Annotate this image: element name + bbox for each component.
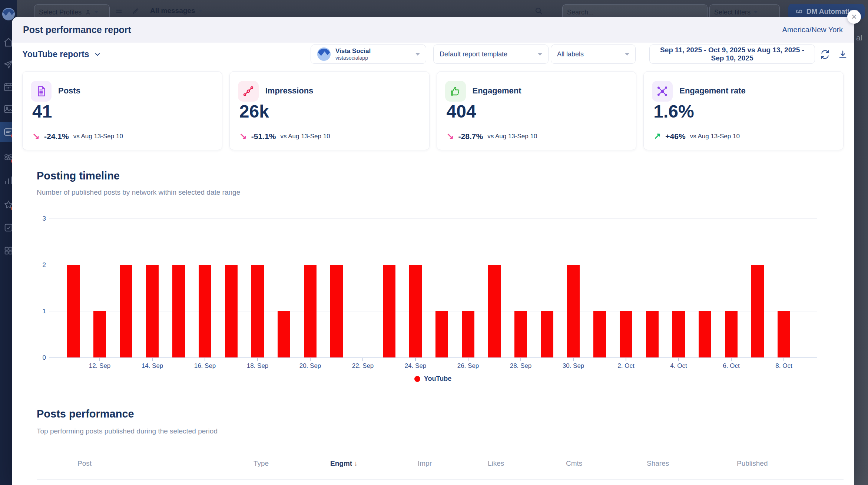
delta-compare: vs Aug 13-Sep 10 [280, 133, 330, 140]
all-messages-dropdown[interactable]: All messages [150, 7, 202, 15]
bar-sep-26 [462, 311, 474, 357]
bar-sep-16 [199, 265, 211, 357]
bar-sep-27 [488, 265, 501, 357]
nodes-icon [238, 81, 259, 102]
bar-sep-14 [146, 265, 159, 357]
x-axis-tick [310, 358, 311, 361]
bar-sep-30 [567, 265, 580, 357]
refresh-icon [820, 49, 830, 60]
x-axis-label: 18. Sep [233, 362, 282, 370]
x-axis-tick [415, 358, 416, 361]
report-template-value: Default report template [440, 50, 538, 58]
profile-handle: vistasocialapp [335, 55, 415, 61]
profile-name: Vista Social [335, 47, 415, 55]
profile-select[interactable]: Vista Social vistasocialapp [311, 44, 426, 64]
y-axis-label: 1 [33, 308, 46, 315]
post-performance-report-modal: Post performance report America/New York… [12, 17, 854, 485]
report-type-dropdown[interactable]: YouTube reports [22, 49, 101, 59]
bar-sep-17 [225, 265, 238, 357]
column-header-engmt[interactable]: Engmt ↓ [330, 459, 358, 468]
app-root: Select Profiles All messages Search... S… [0, 0, 868, 485]
card-value: 1.6% [653, 101, 694, 122]
column-header-post[interactable]: Post [77, 459, 92, 468]
y-axis-label: 3 [33, 215, 46, 222]
vista-social-logo [317, 47, 331, 61]
x-axis-tick [205, 358, 205, 361]
labels-select[interactable]: All labels [551, 44, 636, 64]
bar-oct-1 [593, 311, 606, 357]
modal-header: Post performance report America/New York [12, 17, 854, 43]
column-header-shares[interactable]: Shares [647, 459, 669, 468]
stat-cards-row: Posts 41 ↘ -24.1% vs Aug 13-Sep 10 Impre… [22, 71, 844, 150]
gridline [49, 265, 817, 265]
bar-sep-28 [514, 311, 527, 357]
download-button[interactable] [837, 49, 849, 60]
column-header-likes[interactable]: Likes [488, 459, 504, 468]
caret-down-icon [538, 53, 542, 56]
report-template-select[interactable]: Default report template [433, 44, 549, 64]
bar-sep-23 [383, 265, 395, 357]
engagement-card: Engagement 404 ↘ -28.7% vs Aug 13-Sep 10 [437, 71, 637, 150]
compose-icon[interactable] [132, 7, 139, 15]
y-axis-label: 2 [33, 261, 46, 269]
x-axis-tick [468, 358, 468, 361]
report-type-label: YouTube reports [22, 49, 89, 59]
x-axis-label: 28. Sep [497, 362, 545, 370]
close-icon: ✕ [851, 13, 857, 21]
bar-sep-11 [67, 265, 80, 357]
trend-down-icon: ↘ [32, 131, 40, 142]
profile-text: Vista Social vistasocialapp [335, 47, 415, 61]
x-axis-label: 2. Oct [602, 362, 650, 370]
x-axis-label: 6. Oct [707, 362, 755, 370]
table-divider [37, 479, 844, 480]
column-header-published[interactable]: Published [737, 459, 768, 468]
document-icon [31, 81, 52, 102]
x-axis-tick [152, 358, 153, 361]
bar-sep-20 [304, 265, 317, 357]
chevron-down-icon [199, 10, 202, 12]
x-axis-tick [783, 358, 784, 361]
delta-value: -51.1% [251, 132, 276, 141]
date-range-value: Sep 11, 2025 - Oct 9, 2025 vs Aug 13, 20… [656, 46, 809, 62]
bar-oct-5 [699, 311, 711, 357]
close-button[interactable]: ✕ [847, 10, 861, 24]
card-delta: ↗ +46% vs Aug 13-Sep 10 [653, 131, 740, 142]
x-axis-label: 30. Sep [549, 362, 597, 370]
posts-card: Posts 41 ↘ -24.1% vs Aug 13-Sep 10 [22, 71, 222, 150]
all-messages-label: All messages [150, 7, 195, 15]
search-placeholder: Search... [567, 9, 594, 16]
bar-oct-6 [725, 311, 738, 357]
bar-oct-8 [778, 311, 790, 357]
automation-loop-icon [795, 7, 803, 16]
card-title: Posts [58, 86, 80, 96]
search-icon [534, 7, 543, 16]
bar-sep-19 [278, 311, 290, 357]
x-axis-label: 24. Sep [391, 362, 440, 370]
column-header-type[interactable]: Type [254, 459, 269, 468]
card-delta: ↘ -24.1% vs Aug 13-Sep 10 [32, 131, 123, 142]
x-axis-tick [362, 358, 363, 361]
column-header-impr[interactable]: Impr [418, 459, 432, 468]
hamburger-icon[interactable] [115, 7, 123, 16]
delta-compare: vs Aug 13-Sep 10 [487, 133, 537, 140]
card-title: Engagement [473, 86, 521, 96]
share-network-icon [652, 81, 673, 102]
caret-down-icon [415, 53, 420, 56]
date-range-picker[interactable]: Sep 11, 2025 - Oct 9, 2025 vs Aug 13, 20… [649, 44, 815, 64]
x-axis-label: 12. Sep [76, 362, 124, 370]
column-header-cmts[interactable]: Cmts [566, 459, 582, 468]
x-axis-label: 16. Sep [181, 362, 229, 370]
select-profiles-label: Select Profiles [39, 9, 82, 16]
refresh-button[interactable] [819, 49, 831, 60]
delta-compare: vs Aug 13-Sep 10 [690, 133, 740, 140]
bar-sep-24 [409, 265, 422, 357]
legend-dot-icon [414, 376, 420, 382]
modal-title: Post performance report [23, 24, 131, 35]
x-axis-tick [257, 358, 258, 361]
bar-sep-25 [435, 311, 448, 357]
posts-table-header: Post Type Engmt ↓ Impr Likes Cmts Shares… [12, 459, 854, 469]
chart-legend[interactable]: YouTube [12, 375, 854, 383]
select-filters-label: Select filters [714, 9, 751, 16]
x-axis-label: 8. Oct [760, 362, 808, 370]
y-axis-label: 0 [33, 354, 46, 362]
